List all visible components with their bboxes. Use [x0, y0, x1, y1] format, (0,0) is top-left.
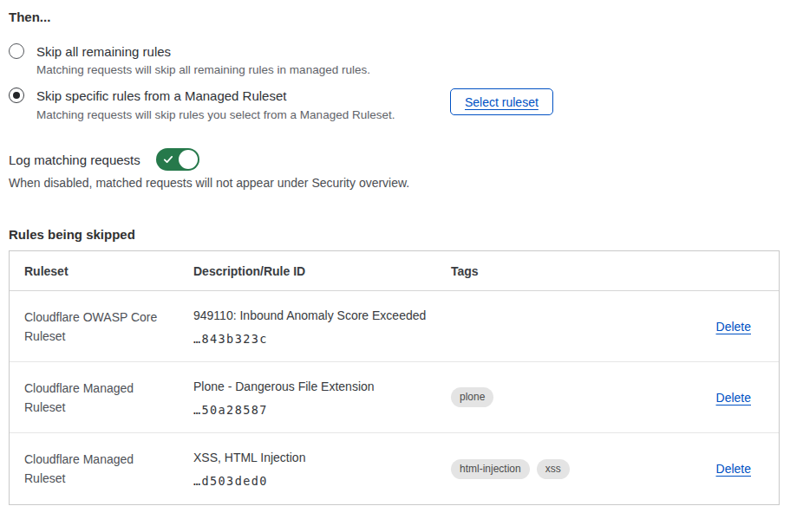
- rule-description: Plone - Dangerous File Extension: [193, 379, 439, 395]
- table-row: Cloudflare Managed Ruleset Plone - Dange…: [10, 362, 779, 433]
- skipped-rules-table: Ruleset Description/Rule ID Tags Cloudfl…: [9, 250, 780, 505]
- radio-skip-all-rules[interactable]: [9, 43, 24, 59]
- rule-id: …d503ded0: [193, 474, 439, 488]
- delete-link[interactable]: Delete: [716, 391, 751, 405]
- tag-badge: xss: [537, 459, 570, 479]
- column-header-ruleset: Ruleset: [10, 264, 179, 278]
- rule-id: …50a28587: [193, 403, 439, 417]
- log-matching-requests-label: Log matching requests: [9, 152, 140, 167]
- tags-cell: html-injection xss: [439, 459, 675, 479]
- column-header-description: Description/Rule ID: [179, 264, 439, 278]
- rule-description: 949110: Inbound Anomaly Score Exceeded: [193, 308, 439, 324]
- radio-skip-all-rules-description: Matching requests will skip all remainin…: [36, 62, 370, 78]
- select-ruleset-button[interactable]: Select ruleset: [450, 88, 553, 115]
- toggle-knob: [179, 150, 198, 169]
- table-row: Cloudflare OWASP Core Ruleset 949110: In…: [10, 291, 779, 362]
- radio-skip-specific-rules-description: Matching requests will skip rules you se…: [36, 107, 395, 123]
- rules-being-skipped-heading: Rules being skipped: [9, 227, 135, 242]
- ruleset-name: Cloudflare OWASP Core Ruleset: [10, 308, 179, 346]
- log-matching-requests-toggle[interactable]: [156, 148, 199, 171]
- ruleset-name: Cloudflare Managed Ruleset: [10, 450, 179, 488]
- delete-link[interactable]: Delete: [716, 320, 751, 334]
- check-icon: [163, 154, 173, 165]
- radio-skip-all-rules-label[interactable]: Skip all remaining rules: [36, 43, 171, 61]
- delete-link[interactable]: Delete: [716, 462, 751, 476]
- radio-selected-dot: [13, 92, 20, 99]
- rule-description-cell: XSS, HTML Injection …d503ded0: [179, 450, 439, 488]
- rule-description-cell: 949110: Inbound Anomaly Score Exceeded ……: [179, 308, 439, 346]
- column-header-tags: Tags: [439, 264, 675, 278]
- tag-badge: html-injection: [451, 459, 530, 479]
- rule-id: …843b323c: [193, 332, 439, 346]
- tags-cell: plone: [439, 387, 675, 407]
- table-row: Cloudflare Managed Ruleset XSS, HTML Inj…: [10, 433, 779, 504]
- radio-skip-specific-rules[interactable]: [9, 88, 24, 103]
- ruleset-name: Cloudflare Managed Ruleset: [10, 379, 179, 417]
- then-heading: Then...: [9, 10, 50, 24]
- table-header-row: Ruleset Description/Rule ID Tags: [10, 251, 779, 291]
- log-toggle-description: When disabled, matched requests will not…: [9, 176, 409, 190]
- radio-skip-specific-rules-label[interactable]: Skip specific rules from a Managed Rules…: [36, 88, 286, 105]
- rule-description: XSS, HTML Injection: [193, 450, 439, 466]
- tag-badge: plone: [451, 387, 493, 407]
- rule-description-cell: Plone - Dangerous File Extension …50a285…: [179, 379, 439, 417]
